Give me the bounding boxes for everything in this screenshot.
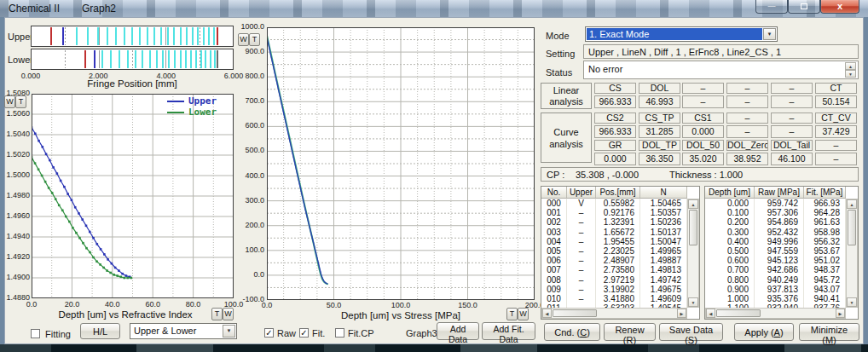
column-header[interactable]: Upper bbox=[567, 187, 596, 199]
series-select[interactable]: Upper & Lower ▼ bbox=[130, 323, 237, 339]
fringe-line bbox=[180, 27, 182, 45]
fitting-checkbox[interactable] bbox=[31, 329, 40, 338]
scroll-right-icon[interactable]: ▶ bbox=[677, 309, 686, 318]
chevron-down-icon[interactable]: ▼ bbox=[763, 28, 776, 40]
table-row[interactable]: 005–2.230251.49965 bbox=[541, 246, 687, 256]
scrollbar-thumb[interactable] bbox=[689, 210, 697, 245]
table-row[interactable]: 0.400949.996956.32 bbox=[705, 237, 846, 246]
fringe-line bbox=[119, 50, 120, 68]
vertical-scrollbar[interactable]: ▲▼ bbox=[846, 199, 858, 308]
refraction-t-button[interactable]: T bbox=[15, 95, 26, 108]
checkbox-raw[interactable]: ✓ bbox=[264, 328, 274, 338]
apply-button[interactable]: Apply (A) bbox=[734, 323, 794, 341]
button-label: M bbox=[825, 335, 833, 345]
table-row[interactable]: 0.000959.742966.93 bbox=[705, 199, 846, 208]
hl-button[interactable]: H/L bbox=[80, 323, 120, 339]
scroll-left-icon[interactable]: ◀ bbox=[706, 309, 715, 318]
scroll-down-icon[interactable]: ▼ bbox=[847, 297, 857, 307]
column-header[interactable]: No. bbox=[541, 187, 567, 199]
table-cell: 0.700 bbox=[705, 265, 755, 274]
table-row[interactable]: 003–1.656721.50137 bbox=[541, 228, 687, 237]
table-row[interactable]: 1.000935.376940.41 bbox=[705, 294, 846, 303]
analysis-value: 46.100 bbox=[771, 153, 813, 165]
scroll-left-icon[interactable]: ◀ bbox=[542, 309, 552, 318]
save-data-button[interactable]: Save Data (S) bbox=[659, 323, 723, 341]
minimize-button[interactable]: Minimize (M) bbox=[799, 323, 859, 341]
vertical-scrollbar[interactable]: ▲▼ bbox=[687, 199, 699, 308]
horizontal-scrollbar[interactable]: ◀▶ bbox=[705, 308, 846, 319]
setting-field: Upper , LineN , Diff , 1 , ErFnc8 , Line… bbox=[583, 44, 859, 59]
stress-t2-button[interactable]: T bbox=[506, 308, 518, 320]
minimize-window-icon[interactable]: — bbox=[755, 0, 788, 14]
cp-thickness-bar: CP : 35.308 , -0.000 Thickness : 1.000 bbox=[541, 167, 859, 182]
scroll-right-icon[interactable]: ▶ bbox=[836, 309, 845, 318]
table-body: 000V0.559821.50465001–0.921761.50357002–… bbox=[541, 199, 687, 308]
scrollbar-thumb[interactable] bbox=[848, 210, 856, 245]
table-row[interactable]: 009–3.199021.49675 bbox=[541, 285, 687, 294]
analysis-header: CS2 bbox=[594, 113, 636, 124]
stress-axis-title: Depth [um] vs Stress [MPa] bbox=[267, 310, 535, 320]
table-row[interactable]: 0.300952.432958.98 bbox=[705, 228, 846, 237]
table-row[interactable]: 000V0.559821.50465 bbox=[541, 199, 687, 208]
maximize-window-icon[interactable] bbox=[788, 0, 820, 14]
table-cell: 935.376 bbox=[755, 294, 804, 303]
table-cell: 945.72 bbox=[804, 275, 846, 285]
stress-w-button[interactable]: W bbox=[238, 33, 249, 46]
horizontal-scrollbar[interactable]: ◀▶ bbox=[541, 308, 687, 319]
mode-select[interactable]: 1. Exact Mode ▼ bbox=[585, 26, 778, 42]
fringe-line bbox=[97, 27, 99, 45]
table-cell: – bbox=[567, 237, 596, 246]
refraction-t2-button[interactable]: T bbox=[211, 308, 223, 320]
scrollbar-thumb[interactable] bbox=[716, 309, 761, 317]
table-cell: 1.95455 bbox=[596, 237, 640, 246]
axis-tick-label: 700.0 bbox=[245, 97, 264, 105]
scroll-up-icon[interactable]: ▲ bbox=[688, 199, 698, 209]
column-header[interactable]: Raw [MPa] bbox=[755, 187, 804, 199]
fringe-marker-blue bbox=[62, 27, 64, 45]
table-row[interactable]: 006–2.489071.49887 bbox=[541, 256, 687, 265]
scrollbar-thumb[interactable] bbox=[553, 309, 597, 317]
table-cell: 951.02 bbox=[804, 256, 846, 265]
table-cell: – bbox=[567, 256, 596, 265]
table-cell: 1.49813 bbox=[640, 265, 687, 274]
stress-t-button[interactable]: T bbox=[249, 33, 260, 46]
refraction-w-button[interactable]: W bbox=[4, 95, 15, 108]
spin-up-icon[interactable]: ▲ bbox=[845, 62, 856, 70]
close-window-icon[interactable]: x bbox=[820, 0, 859, 14]
table-row[interactable]: 0.700942.686948.37 bbox=[705, 265, 846, 274]
scroll-up-icon[interactable]: ▲ bbox=[847, 199, 857, 209]
scroll-down-icon[interactable]: ▼ bbox=[688, 297, 698, 307]
chevron-down-icon[interactable]: ▼ bbox=[223, 325, 235, 338]
table-row[interactable]: 010–3.418801.49609 bbox=[541, 294, 687, 303]
column-header[interactable]: Pos.[mm] bbox=[596, 187, 640, 199]
axis-tick-label: 40.0 bbox=[105, 300, 120, 309]
table-row[interactable]: 008–2.972191.49742 bbox=[541, 275, 687, 285]
checkbox-fit[interactable]: ✓ bbox=[299, 328, 309, 338]
axis-tick-label: 1.5020 bbox=[6, 151, 30, 159]
refraction-w2-button[interactable]: W bbox=[223, 308, 234, 320]
table-row[interactable]: 0.600945.123951.02 bbox=[705, 256, 846, 265]
table-row[interactable]: 0.500947.559953.67 bbox=[705, 246, 846, 256]
table-row[interactable]: 002–1.323911.50236 bbox=[541, 217, 687, 227]
axis-tick-label: 800.0 bbox=[245, 72, 264, 80]
add-data-button[interactable]: Add Data bbox=[437, 322, 479, 340]
checkbox-fitcp[interactable] bbox=[335, 328, 344, 338]
table-row[interactable]: 0.900937.813943.07 bbox=[705, 285, 846, 294]
renew-button[interactable]: Renew (R) bbox=[604, 323, 656, 341]
table-row[interactable]: 007–2.735801.49813 bbox=[541, 265, 687, 274]
column-header[interactable]: N bbox=[640, 187, 687, 199]
column-header[interactable]: Depth [um] bbox=[705, 187, 755, 199]
stress-w2-button[interactable]: W bbox=[518, 308, 529, 320]
column-header[interactable]: Fit. [MPa] bbox=[804, 187, 846, 199]
spin-down-icon[interactable]: ▼ bbox=[845, 70, 856, 78]
table-row[interactable]: 0.100957.306964.28 bbox=[705, 208, 846, 217]
table-row[interactable]: 0.200954.869961.63 bbox=[705, 217, 846, 227]
table-cell: 958.98 bbox=[804, 228, 846, 237]
table-row[interactable]: 001–0.921761.50357 bbox=[541, 208, 687, 217]
table-row[interactable]: 0.800940.249945.72 bbox=[705, 275, 846, 285]
button-label: ) bbox=[780, 327, 784, 338]
cnd-button[interactable]: Cnd. (C) bbox=[544, 323, 600, 341]
table-row[interactable]: 004–1.954551.50047 bbox=[541, 237, 687, 246]
button-label: ) bbox=[633, 335, 636, 345]
add-fit-data-button[interactable]: Add Fit. Data bbox=[482, 322, 535, 340]
